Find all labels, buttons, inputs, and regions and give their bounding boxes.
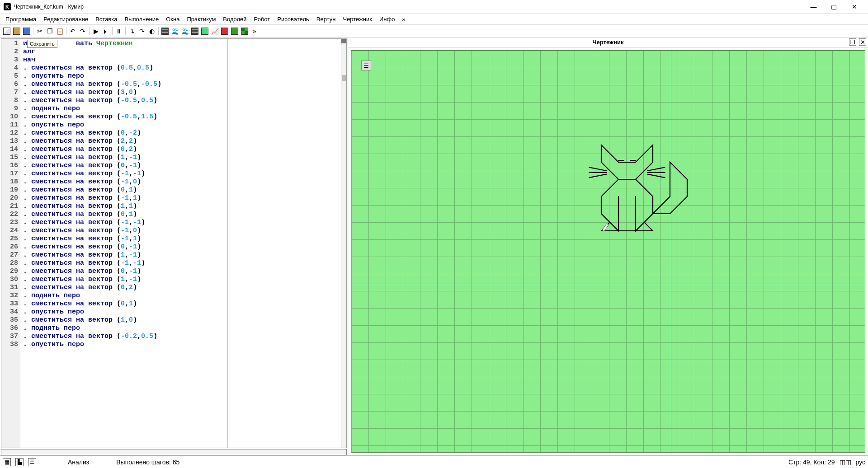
stop-button[interactable]: ◐ [147, 26, 157, 36]
menu-item-7[interactable]: Робот [250, 14, 274, 24]
new-file-button[interactable] [2, 26, 12, 36]
status-icon-3[interactable]: ☰ [28, 458, 36, 466]
status-icon-1[interactable]: ▦ [3, 458, 11, 466]
menu-item-2[interactable]: Вставка [92, 14, 121, 24]
app-icon: K [4, 3, 11, 10]
chart-icon[interactable]: 📈 [210, 26, 220, 36]
menu-item-11[interactable]: Инфо [376, 14, 398, 24]
status-bar: ▦ ▙ ☰ Анализ Выполнено шагов: 65 Стр: 49… [0, 455, 868, 468]
editor-scrollbar[interactable] [341, 39, 346, 448]
red-tool-icon[interactable] [220, 26, 230, 36]
redo-button[interactable] [78, 26, 88, 36]
canvas-restore-button[interactable]: ❐ [849, 38, 856, 46]
status-icon-2[interactable]: ▙ [15, 458, 24, 466]
menu-item-12[interactable]: » [398, 14, 409, 24]
toolbar: ✂ ❐ 📋 ▶ ⏵ ⏸ ↴ ↷ ◐ 🌊 🌊 📈 » [0, 25, 868, 37]
tool-wave2-icon[interactable]: 🌊 [180, 26, 190, 36]
menu-item-1[interactable]: Редактирование [40, 14, 92, 24]
menu-item-4[interactable]: Окна [162, 14, 183, 24]
editor-panel: 1234567891011121314151617181920212223242… [0, 37, 348, 455]
status-lang: рус [856, 459, 865, 466]
canvas-grid: ☰ [351, 50, 865, 453]
editor-right-pane [227, 39, 340, 448]
step-into-button[interactable]: ↴ [127, 26, 137, 36]
tool-wave1-icon[interactable]: 🌊 [170, 26, 180, 36]
canvas-panel: Чертежник ❐ ✕ ☰ [348, 37, 868, 455]
menu-item-10[interactable]: Чертежник [339, 14, 376, 24]
tooltip-save: Сохранить [27, 40, 57, 48]
canvas-body: ☰ [348, 47, 868, 455]
step-button[interactable]: ⏵ [101, 26, 111, 36]
grid-1-icon[interactable] [160, 26, 170, 36]
drawing-icon [351, 51, 865, 452]
menu-item-6[interactable]: Водолей [219, 14, 250, 24]
copy-button[interactable]: ❐ [45, 26, 55, 36]
pause-button[interactable]: ⏸ [114, 26, 124, 36]
line-gutter: 1234567891011121314151617181920212223242… [1, 39, 20, 448]
menu-item-8[interactable]: Рисователь [274, 14, 312, 24]
menu-bar: ПрограммаРедактированиеВставкаВыполнение… [0, 14, 868, 25]
minimize-button[interactable]: — [803, 0, 824, 13]
toolbar-overflow-button[interactable]: » [250, 26, 259, 36]
menu-item-9[interactable]: Вертун [313, 14, 340, 24]
window-title: Чертежник_Кот.kum - Кумир [14, 4, 803, 10]
image-icon[interactable] [200, 26, 210, 36]
title-bar: K Чертежник_Кот.kum - Кумир — ▢ ✕ [0, 0, 868, 14]
code-editor[interactable]: 1234567891011121314151617181920212223242… [1, 38, 347, 448]
status-position: Стр: 49, Кол: 29 ◫◫ рус [788, 459, 865, 466]
editor-ruler [1, 449, 347, 455]
cut-button[interactable]: ✂ [35, 26, 45, 36]
green-tool2-icon[interactable] [240, 26, 250, 36]
open-file-button[interactable] [12, 26, 22, 36]
menu-item-3[interactable]: Выполнение [121, 14, 162, 24]
canvas-title-bar: Чертежник ❐ ✕ [348, 37, 868, 47]
grid-dark-icon[interactable] [190, 26, 200, 36]
paste-button[interactable]: 📋 [55, 26, 65, 36]
main-area: 1234567891011121314151617181920212223242… [0, 37, 868, 455]
green-tool1-icon[interactable] [230, 26, 240, 36]
menu-item-0[interactable]: Программа [2, 14, 40, 24]
canvas-close-button[interactable]: ✕ [859, 38, 866, 46]
indicator-icon: ◫◫ [840, 459, 851, 466]
close-button[interactable]: ✕ [844, 0, 864, 13]
maximize-button[interactable]: ▢ [824, 0, 844, 13]
run-button[interactable]: ▶ [91, 26, 101, 36]
canvas-title: Чертежник [592, 39, 623, 46]
menu-item-5[interactable]: Практикум [183, 14, 219, 24]
undo-button[interactable] [68, 26, 78, 36]
status-steps: Выполнено шагов: 65 [116, 459, 179, 466]
save-file-button[interactable] [22, 26, 32, 36]
step-over-button[interactable]: ↷ [137, 26, 147, 36]
status-analysis: Анализ [68, 459, 89, 466]
